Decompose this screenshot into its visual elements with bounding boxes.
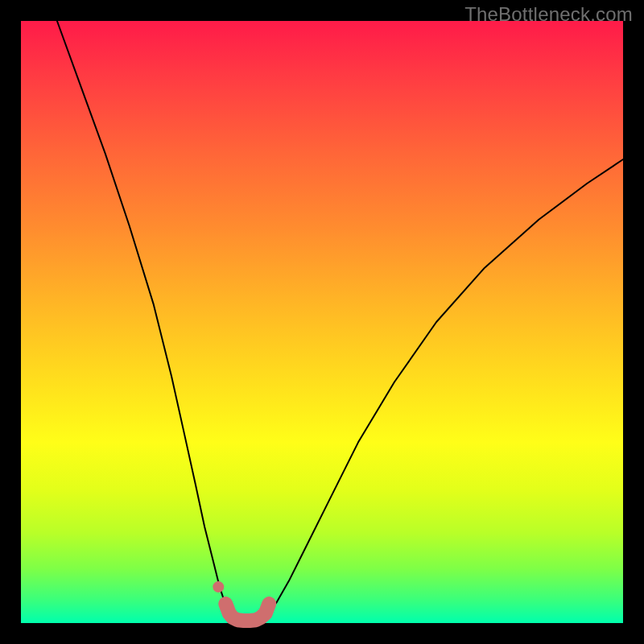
- curve-left-branch: [57, 21, 234, 620]
- highlight-dot: [213, 581, 224, 592]
- curve-right-branch: [262, 159, 623, 620]
- chart-svg: [0, 0, 644, 644]
- highlight-band: [225, 604, 269, 621]
